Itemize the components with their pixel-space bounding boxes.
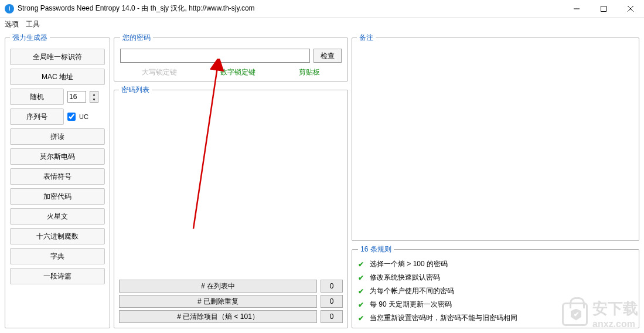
rule-text: 每 90 天定期更新一次密码	[370, 300, 452, 310]
menu-options[interactable]: 选项	[5, 19, 19, 29]
serial-uc-label: UC	[79, 113, 88, 120]
stat-inlist-value: 0	[321, 280, 343, 293]
gen-serial-button[interactable]: 序列号	[10, 108, 64, 125]
serial-uc-checkbox[interactable]	[67, 113, 76, 121]
gen-random-button[interactable]: 随机	[10, 89, 64, 105]
svg-rect-0	[601, 6, 606, 11]
stat-dedup-value: 0	[321, 295, 343, 308]
random-length-spinner[interactable]: ▲▼	[90, 91, 98, 103]
gen-crypto-button[interactable]: 加密代码	[10, 188, 105, 205]
check-icon: ✔	[358, 260, 366, 269]
password-legend: 您的密码	[120, 33, 153, 43]
clipboard-indicator: 剪贴板	[299, 67, 320, 77]
menu-tools[interactable]: 工具	[26, 19, 40, 29]
window-title: Strong Passwords Need Entropy 14.0 - 由 t…	[18, 4, 563, 13]
generators-legend: 强力生成器	[10, 33, 50, 43]
rule-item: ✔为每个帐户使用不同的密码	[358, 286, 633, 296]
gen-pinyin-button[interactable]: 拼读	[10, 128, 105, 145]
gen-dict-button[interactable]: 字典	[10, 248, 105, 264]
app-icon: i	[5, 4, 14, 13]
check-icon: ✔	[358, 314, 366, 322]
minimize-button[interactable]	[563, 0, 590, 18]
gen-guid-button[interactable]: 全局唯一标识符	[10, 49, 105, 65]
rules-legend: 16 条规则	[358, 244, 394, 254]
check-icon: ✔	[358, 287, 366, 295]
check-icon: ✔	[358, 274, 366, 282]
random-length-input[interactable]	[67, 91, 86, 103]
caps-indicator: 大写锁定键	[142, 67, 177, 77]
pwlist-legend: 密码列表	[119, 85, 152, 95]
rule-item: ✔选择一个熵 > 100 的密码	[358, 259, 633, 269]
password-list-area[interactable]	[119, 100, 343, 277]
rule-text: 为每个帐户使用不同的密码	[370, 286, 454, 296]
check-button[interactable]: 检查	[314, 49, 342, 63]
gen-mac-button[interactable]: MAC 地址	[10, 69, 105, 85]
stat-purged-value: 0	[321, 310, 343, 323]
rule-text: 修改系统快速默认密码	[370, 273, 440, 283]
rule-item: ✔修改系统快速默认密码	[358, 273, 633, 283]
rule-item: ✔当您重新设置密码时，新密码不能与旧密码相同	[358, 313, 633, 323]
stat-purged-label: # 已清除项目（熵 < 101）	[119, 310, 317, 323]
rule-text: 当您重新设置密码时，新密码不能与旧密码相同	[370, 313, 517, 323]
check-icon: ✔	[358, 301, 366, 309]
gen-poem-button[interactable]: 一段诗篇	[10, 268, 105, 284]
rule-item: ✔每 90 天定期更新一次密码	[358, 300, 633, 310]
close-button[interactable]	[617, 0, 644, 18]
gen-hex-button[interactable]: 十六进制魔数	[10, 228, 105, 244]
maximize-button[interactable]	[590, 0, 617, 18]
stat-dedup-label: # 已删除重复	[119, 295, 317, 308]
gen-mars-button[interactable]: 火星文	[10, 208, 105, 225]
numlock-indicator: 数字锁定键	[220, 67, 255, 77]
notes-area[interactable]	[357, 47, 634, 236]
gen-morse-button[interactable]: 莫尔斯电码	[10, 148, 105, 165]
stat-inlist-label: # 在列表中	[119, 280, 317, 293]
notes-legend: 备注	[357, 33, 376, 43]
rule-text: 选择一个熵 > 100 的密码	[370, 259, 448, 269]
password-input[interactable]	[120, 49, 310, 63]
gen-emoji-button[interactable]: 表情符号	[10, 168, 105, 185]
